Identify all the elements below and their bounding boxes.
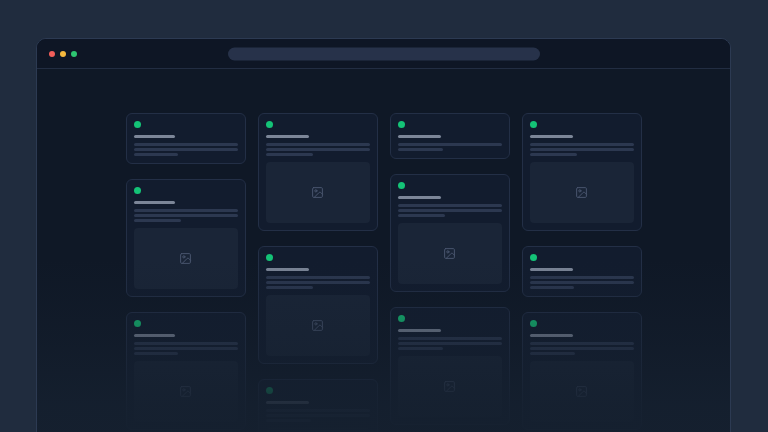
skeleton-line (266, 281, 370, 284)
skeleton-line (398, 214, 446, 217)
titlebar (37, 39, 730, 69)
card[interactable] (258, 113, 378, 231)
skeleton-line (266, 286, 314, 289)
image-placeholder (134, 228, 238, 289)
card[interactable] (522, 113, 642, 231)
skeleton-line (398, 347, 444, 350)
skeleton-line (530, 276, 634, 279)
window-controls (49, 51, 77, 57)
status-dot-icon (398, 315, 405, 322)
image-icon (179, 385, 192, 398)
skeleton-line (530, 342, 634, 345)
browser-window (36, 38, 731, 432)
image-icon (575, 385, 588, 398)
skeleton-line (134, 347, 238, 350)
skeleton-line (398, 209, 502, 212)
skeleton-title (530, 268, 574, 271)
skeleton-line (266, 414, 370, 417)
card[interactable] (126, 312, 246, 430)
skeleton-title (398, 196, 442, 199)
skeleton-title (266, 135, 310, 138)
skeleton-line (398, 342, 502, 345)
card[interactable] (258, 379, 378, 432)
skeleton-line (266, 143, 370, 146)
page-background: { "theme": { "page_bg": "#202c3e", "wind… (0, 0, 768, 432)
skeleton-title (134, 135, 176, 138)
skeleton-line (134, 148, 238, 151)
image-icon (179, 252, 192, 265)
image-icon (311, 319, 324, 332)
grid-column-1 (126, 113, 246, 430)
grid-column-2 (258, 113, 378, 432)
content-area (37, 69, 730, 432)
image-placeholder (398, 223, 502, 284)
image-icon (575, 186, 588, 199)
address-bar[interactable] (228, 47, 540, 60)
skeleton-line (398, 337, 502, 340)
skeleton-line (530, 143, 634, 146)
skeleton-title (266, 401, 310, 404)
skeleton-line (134, 352, 179, 355)
skeleton-line (530, 148, 634, 151)
skeleton-title (530, 334, 574, 337)
status-dot-icon (266, 387, 273, 394)
skeleton-title (398, 135, 442, 138)
skeleton-line (530, 281, 634, 284)
skeleton-title (530, 135, 574, 138)
status-dot-icon (530, 254, 537, 261)
card[interactable] (390, 174, 510, 292)
skeleton-title (398, 329, 442, 332)
image-placeholder (266, 428, 370, 432)
image-placeholder (530, 361, 634, 422)
card[interactable] (522, 246, 642, 297)
image-icon (443, 247, 456, 260)
traffic-light-maximize-icon[interactable] (71, 51, 77, 57)
skeleton-line (266, 409, 370, 412)
traffic-light-minimize-icon[interactable] (60, 51, 66, 57)
skeleton-line (530, 352, 576, 355)
skeleton-line (266, 276, 370, 279)
card[interactable] (390, 113, 510, 159)
grid-column-3 (390, 113, 510, 425)
skeleton-title (134, 334, 176, 337)
status-dot-icon (134, 320, 141, 327)
skeleton-line (266, 419, 312, 422)
skeleton-line (398, 204, 502, 207)
skeleton-line (134, 214, 238, 217)
card[interactable] (258, 246, 378, 364)
status-dot-icon (134, 121, 141, 128)
skeleton-line (398, 143, 502, 146)
skeleton-line (134, 143, 238, 146)
skeleton-line (530, 286, 575, 289)
skeleton-line (134, 342, 238, 345)
skeleton-line (530, 153, 578, 156)
skeleton-line (266, 148, 370, 151)
card[interactable] (390, 307, 510, 425)
masonry-grid (126, 113, 642, 432)
skeleton-title (134, 201, 176, 204)
status-dot-icon (398, 121, 405, 128)
status-dot-icon (530, 121, 537, 128)
image-placeholder (266, 162, 370, 223)
image-icon (311, 186, 324, 199)
skeleton-line (530, 347, 634, 350)
traffic-light-close-icon[interactable] (49, 51, 55, 57)
grid-column-4 (522, 113, 642, 430)
image-placeholder (530, 162, 634, 223)
status-dot-icon (530, 320, 537, 327)
card[interactable] (126, 113, 246, 164)
status-dot-icon (266, 121, 273, 128)
image-icon (443, 380, 456, 393)
skeleton-line (266, 153, 314, 156)
skeleton-title (266, 268, 310, 271)
image-placeholder (266, 295, 370, 356)
card[interactable] (522, 312, 642, 430)
skeleton-line (134, 219, 182, 222)
status-dot-icon (134, 187, 141, 194)
skeleton-line (134, 153, 179, 156)
card[interactable] (126, 179, 246, 297)
skeleton-line (398, 148, 444, 151)
image-placeholder (134, 361, 238, 422)
skeleton-line (134, 209, 238, 212)
status-dot-icon (398, 182, 405, 189)
